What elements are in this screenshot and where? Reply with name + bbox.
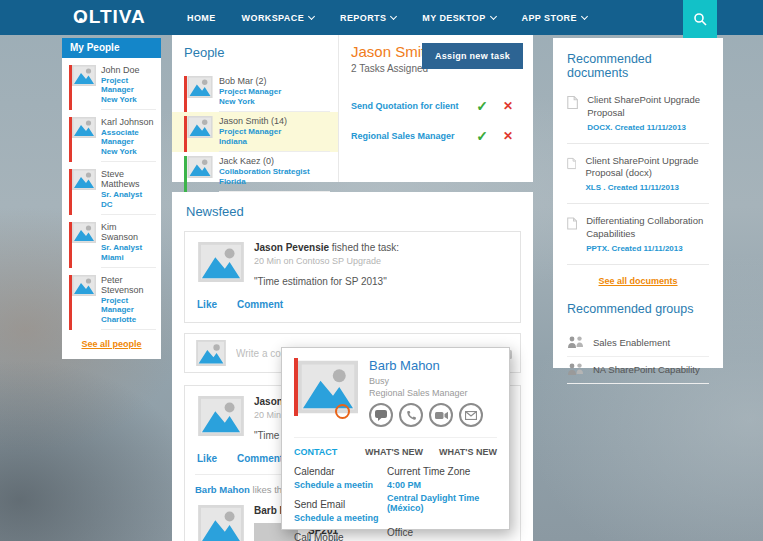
task-link[interactable]: Send Quotation for client — [351, 101, 469, 111]
search-button[interactable] — [683, 0, 717, 38]
nav-item-my-desktop[interactable]: MY DESKTOP — [422, 13, 495, 23]
chat-button[interactable] — [369, 403, 393, 427]
assign-new-task-button[interactable]: Assign new task — [422, 43, 523, 69]
call-button[interactable] — [399, 403, 423, 427]
document-info: Client SharePoint Upgrade Proposal (docx… — [585, 155, 709, 193]
contact-role: Regional Sales Manager — [369, 388, 483, 398]
person-location: New York — [101, 95, 156, 104]
group-name: Sales Enablement — [593, 337, 670, 348]
recommendations-panel: Recommended documents Client SharePoint … — [553, 38, 723, 368]
document-title: Differentiating Collaboration Capabiliti… — [586, 215, 709, 241]
document-item[interactable]: Differentiating Collaboration Capabiliti… — [567, 215, 709, 265]
person-list-item[interactable]: Peter Stevenson Project Manager Charlott… — [62, 268, 161, 330]
status-bar-red — [69, 169, 72, 215]
nav-item-reports[interactable]: REPORTS — [340, 13, 396, 23]
post-headline: Jason Pevensie fished the task: — [254, 242, 399, 253]
document-item[interactable]: Client SharePoint Upgrade Proposal DOCX.… — [567, 94, 709, 144]
schedule-meeting-link[interactable]: Schedule a meeting — [294, 513, 387, 523]
top-nav: OLTIVA HOME WORKSPACE REPORTS MY DESKTOP… — [0, 0, 763, 35]
like-link[interactable]: Like — [197, 453, 217, 464]
schedule-meeting-link[interactable]: Schedule a meetin — [294, 480, 387, 490]
phone-icon — [406, 410, 417, 421]
avatar — [69, 65, 96, 110]
person-role: Project Manager — [219, 127, 330, 136]
avatar — [184, 156, 213, 192]
task-delete-icon[interactable]: ✕ — [495, 99, 521, 113]
post-body: Jason Pevensie fished the task: 20 Min o… — [254, 242, 399, 287]
person-location: Charlotte — [101, 315, 156, 324]
task-complete-icon[interactable]: ✓ — [469, 128, 495, 144]
document-meta: DOCX. Created 11/11/2013 — [587, 123, 709, 132]
person-location: DC — [101, 200, 156, 209]
like-link[interactable]: Like — [197, 299, 217, 310]
person-list-item[interactable]: Kim Swanson Sr. Analyst Miami — [62, 215, 161, 268]
current-time: 4:00 PM — [387, 480, 497, 490]
comment-link[interactable]: Comment — [237, 299, 283, 310]
person-list-item[interactable]: Bob Mar (2) Project Manager New York — [172, 72, 338, 112]
group-item[interactable]: NA SharePoint Capability — [567, 357, 709, 384]
status-bar-red — [184, 116, 187, 152]
presence-status: Busy — [369, 376, 483, 386]
chevron-down-icon — [390, 12, 397, 19]
person-name: Karl Johnson — [101, 117, 156, 127]
contact-name[interactable]: Barb Mahon — [369, 358, 483, 373]
document-meta: PPTX. Created 11/11/2013 — [586, 244, 709, 253]
application-window: OLTIVA HOME WORKSPACE REPORTS MY DESKTOP… — [0, 0, 763, 541]
person-list-item[interactable]: Jack Kaez (0) Collaboration Strategist F… — [172, 152, 338, 192]
comment-link[interactable]: Comment — [237, 453, 283, 464]
tab-whats-new[interactable]: WHAT'S NEW — [439, 447, 497, 457]
task-link[interactable]: Regional Sales Manager — [351, 131, 469, 141]
task-row: Send Quotation for client ✓ ✕ — [351, 98, 521, 114]
person-list-item[interactable]: Karl Johnson Associate Manager New York — [62, 110, 161, 162]
liker-name[interactable]: Barb Mahon — [195, 484, 250, 495]
chevron-down-icon — [581, 12, 588, 19]
avatar — [69, 117, 96, 162]
document-icon — [567, 155, 576, 172]
person-info: Jack Kaez (0) Collaboration Strategist F… — [219, 156, 330, 192]
nav-item-label: WORKSPACE — [242, 13, 304, 23]
task-delete-icon[interactable]: ✕ — [495, 129, 521, 143]
cursor-highlight-ring — [335, 404, 350, 419]
document-info: Differentiating Collaboration Capabiliti… — [586, 215, 709, 253]
see-all-people-link[interactable]: See all people — [62, 339, 161, 349]
group-item[interactable]: Sales Enablement — [567, 330, 709, 357]
search-icon — [693, 12, 707, 26]
person-info: Bob Mar (2) Project Manager New York — [219, 76, 330, 112]
nav-item-app-store[interactable]: APP STORE — [522, 13, 587, 23]
tab-whats-new[interactable]: WHAT'S NEW — [365, 447, 423, 457]
document-title: Client SharePoint Upgrade Proposal (docx… — [585, 155, 709, 181]
avatar — [184, 76, 213, 112]
avatar — [184, 116, 213, 152]
document-item[interactable]: Client SharePoint Upgrade Proposal (docx… — [567, 155, 709, 205]
email-button[interactable] — [459, 403, 483, 427]
tab-contact[interactable]: CONTACT — [294, 447, 337, 457]
send-email-label: Send Email — [294, 499, 387, 510]
contact-card-body: Calendar Schedule a meetin Send Email Sc… — [294, 466, 497, 541]
avatar — [195, 242, 244, 287]
person-role: Project Manager — [101, 296, 156, 314]
person-name: Steve Matthews — [101, 169, 156, 189]
nav-item-home[interactable]: HOME — [187, 13, 216, 23]
main-menu: HOME WORKSPACE REPORTS MY DESKTOP APP ST… — [187, 0, 587, 35]
group-name: NA SharePoint Capability — [593, 364, 700, 375]
chevron-down-icon — [308, 12, 315, 19]
see-all-documents-link[interactable]: See all documents — [567, 276, 709, 286]
person-role: Project Manager — [219, 87, 330, 96]
person-list-item[interactable]: John Doe Project Manager New York — [62, 58, 161, 110]
person-list-item[interactable]: Steve Matthews Sr. Analyst DC — [62, 162, 161, 215]
tasks-column: Jason Smith 2 Tasks Assigned Assign new … — [339, 35, 533, 182]
post-author[interactable]: Jason Pevensie — [254, 242, 329, 253]
person-role: Sr. Analyst — [101, 190, 156, 199]
video-call-button[interactable] — [429, 403, 453, 427]
person-list-item-selected[interactable]: Jason Smith (14) Project Manager Indiana — [172, 112, 338, 152]
oltiva-logo[interactable]: OLTIVA — [73, 6, 146, 28]
recommended-documents-title: Recommended documents — [567, 52, 709, 80]
nav-item-workspace[interactable]: WORKSPACE — [242, 13, 314, 23]
post-meta: 20 Min on Contoso SP Upgrade — [254, 256, 399, 266]
newsfeed-title: Newsfeed — [186, 204, 521, 219]
post-row: Jason Pevensie fished the task: 20 Min o… — [195, 242, 510, 287]
contact-card-identity: Barb Mahon Busy Regional Sales Manager — [369, 358, 483, 427]
person-role: Associate Manager — [101, 128, 156, 146]
task-complete-icon[interactable]: ✓ — [469, 98, 495, 114]
contact-right-column: Current Time Zone 4:00 PM Central Daylig… — [387, 466, 497, 541]
